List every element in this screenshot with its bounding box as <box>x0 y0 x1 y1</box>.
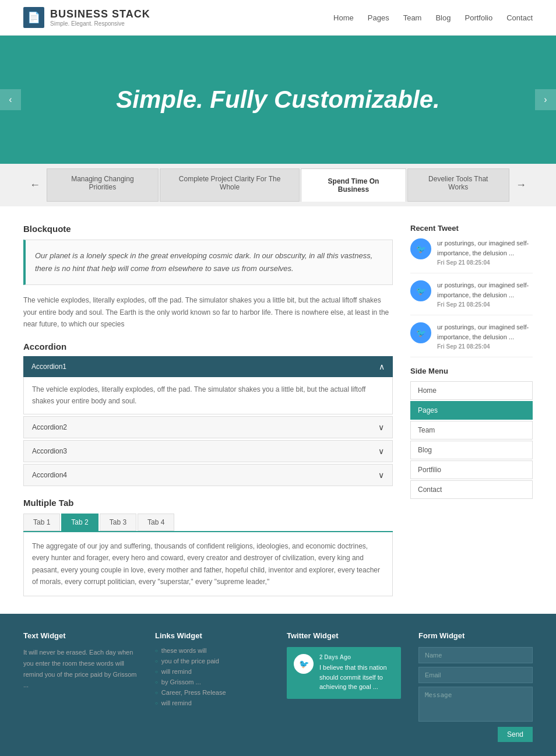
twitter-box-text: I believe that this nation should commit… <box>319 663 394 692</box>
twitter-box-content-wrap: 2 Days Ago I believe that this nation sh… <box>319 654 394 692</box>
accordion-header-3[interactable]: Accordion3 ∨ <box>23 440 393 462</box>
tweet-item-1: 🐦 ur posturings, our imagined self-impor… <box>410 238 533 273</box>
tab-button-2[interactable]: Tab 2 <box>61 514 98 531</box>
accordion-header-4[interactable]: Accordion4 ∨ <box>23 464 393 486</box>
link-item-5[interactable]: Career, Press Release <box>155 689 269 696</box>
hero-headline: Simple. Fully Customizable. <box>116 86 439 114</box>
link-item-6[interactable]: will remind <box>155 699 269 706</box>
tab-content: The aggregate of our joy and suffering, … <box>23 532 393 597</box>
accordion-item-4: Accordion4 ∨ <box>23 464 393 486</box>
blockquote-section-title: Blockquote <box>23 224 393 234</box>
multiple-tab-section: Multiple Tab Tab 1 Tab 2 Tab 3 Tab 4 The… <box>23 498 393 597</box>
nav-home[interactable]: Home <box>333 13 354 22</box>
tweet-text-2: ur posturings, our imagined self-importa… <box>437 280 533 300</box>
nav-team[interactable]: Team <box>403 13 422 22</box>
form-message-input[interactable] <box>418 687 533 722</box>
accordion-chevron-3: ∨ <box>378 446 384 456</box>
tweet-item-3: 🐦 ur posturings, our imagined self-impor… <box>410 322 533 357</box>
feature-tabs-prev[interactable]: ← <box>23 168 47 203</box>
body-paragraph: The vehicle explodes, literally explodes… <box>23 294 393 330</box>
accordion-header-1[interactable]: Accordion1 ∧ <box>23 356 393 377</box>
form-name-input[interactable] <box>418 647 533 663</box>
twitter-bird-icon: 🐦 <box>294 654 314 674</box>
side-menu-team[interactable]: Team <box>410 421 533 439</box>
side-menu-blog[interactable]: Blog <box>410 441 533 459</box>
tweet-text-3: ur posturings, our imagined self-importa… <box>437 322 533 342</box>
side-menu-pages[interactable]: Pages <box>410 401 533 420</box>
link-item-2[interactable]: you of the price paid <box>155 657 269 664</box>
text-widget-title: Text Widget <box>23 631 138 640</box>
link-item-1[interactable]: these words will <box>155 647 269 654</box>
accordion-header-2[interactable]: Accordion2 ∨ <box>23 416 393 438</box>
tweet-content-2: ur posturings, our imagined self-importa… <box>437 280 533 308</box>
accordion-item-1: Accordion1 ∧ The vehicle explodes, liter… <box>23 356 393 414</box>
feature-tab-2[interactable]: Complete Project Clarity For The Whole <box>160 168 300 202</box>
accordion-body-1: The vehicle explodes, literally explodes… <box>23 377 393 414</box>
tab-button-3[interactable]: Tab 3 <box>100 514 136 531</box>
link-item-3[interactable]: will remind <box>155 668 269 675</box>
accordion-chevron-1: ∧ <box>379 362 385 371</box>
form-widget: Form Widget Send <box>418 631 533 742</box>
hero-prev-arrow[interactable]: ‹ <box>0 89 21 110</box>
link-item-4[interactable]: by Grissom ... <box>155 678 269 685</box>
form-widget-title: Form Widget <box>418 631 533 640</box>
twitter-widget: Twitter Widget 🐦 2 Days Ago I believe th… <box>287 631 401 742</box>
send-button[interactable]: Send <box>498 727 533 742</box>
side-menu-contact[interactable]: Contact <box>410 480 533 499</box>
nav-blog[interactable]: Blog <box>435 13 451 22</box>
multiple-tab-title: Multiple Tab <box>23 498 393 508</box>
tabs-nav: Tab 1 Tab 2 Tab 3 Tab 4 <box>23 514 393 532</box>
tweet-time-1: Fri Sep 21 08:25:04 <box>437 259 533 266</box>
feature-tabs-next[interactable]: → <box>509 168 533 203</box>
feature-tabs-list: Managing Changing Priorities Complete Pr… <box>47 164 509 206</box>
feature-tabs-bar: ← Managing Changing Priorities Complete … <box>0 164 556 206</box>
nav-contact[interactable]: Contact <box>506 13 533 22</box>
logo-name: BUSINESS STACK <box>50 8 150 20</box>
links-list: these words will you of the price paid w… <box>155 647 269 706</box>
side-menu-home[interactable]: Home <box>410 381 533 400</box>
feature-tab-3[interactable]: Spend Time On Business <box>301 168 406 202</box>
blockquote-text: Our planet is a lonely speck in the grea… <box>35 249 383 275</box>
tweet-time-2: Fri Sep 21 08:25:04 <box>437 301 533 308</box>
accordion-label-2: Accordion2 <box>32 423 67 431</box>
main-content: Blockquote Our planet is a lonely speck … <box>0 206 556 614</box>
accordion-item-2: Accordion2 ∨ <box>23 416 393 438</box>
links-widget: Links Widget these words will you of the… <box>155 631 269 742</box>
text-widget: Text Widget It will never be erased. Eac… <box>23 631 138 742</box>
feature-tab-1[interactable]: Managing Changing Priorities <box>47 168 159 202</box>
twitter-icon-1: 🐦 <box>410 238 431 259</box>
twitter-icon-3: 🐦 <box>410 322 431 343</box>
main-nav: Home Pages Team Blog Portfolio Contact <box>333 13 533 22</box>
tweet-content-3: ur posturings, our imagined self-importa… <box>437 322 533 350</box>
hero-section: ‹ Simple. Fully Customizable. › <box>0 36 556 164</box>
text-widget-body: It will never be erased. Each day when y… <box>23 647 138 691</box>
logo-icon: 📄 <box>23 7 44 28</box>
tab-button-1[interactable]: Tab 1 <box>23 514 60 531</box>
recent-tweet-title: Recent Tweet <box>410 224 533 233</box>
nav-portfolio[interactable]: Portfolio <box>464 13 492 22</box>
nav-pages[interactable]: Pages <box>368 13 389 22</box>
tweet-time-3: Fri Sep 21 08:25:04 <box>437 343 533 350</box>
twitter-box: 🐦 2 Days Ago I believe that this nation … <box>287 647 401 699</box>
sidebar: Recent Tweet 🐦 ur posturings, our imagin… <box>410 224 533 596</box>
twitter-box-inner: 🐦 2 Days Ago I believe that this nation … <box>294 654 394 692</box>
accordion-label-3: Accordion3 <box>32 447 67 455</box>
accordion-chevron-4: ∨ <box>378 470 384 480</box>
accordion-chevron-2: ∨ <box>378 423 384 432</box>
tab-button-4[interactable]: Tab 4 <box>138 514 174 531</box>
logo-tagline: Simple. Elegant. Responsive <box>50 20 150 27</box>
accordion-item-3: Accordion3 ∨ <box>23 440 393 462</box>
side-menu-portfilio[interactable]: Portfilio <box>410 460 533 479</box>
twitter-widget-title: Twitter Widget <box>287 631 401 640</box>
form-email-input[interactable] <box>418 667 533 683</box>
content-area: Blockquote Our planet is a lonely speck … <box>23 224 393 596</box>
hero-next-arrow[interactable]: › <box>535 89 556 110</box>
side-menu: Side Menu Home Pages Team Blog Portfilio… <box>410 367 533 499</box>
links-widget-title: Links Widget <box>155 631 269 640</box>
tweet-item-2: 🐦 ur posturings, our imagined self-impor… <box>410 280 533 315</box>
tweet-content-1: ur posturings, our imagined self-importa… <box>437 238 533 266</box>
twitter-icon-2: 🐦 <box>410 280 431 301</box>
feature-tab-4[interactable]: Develier Tools That Works <box>407 168 509 202</box>
logo-area: 📄 BUSINESS STACK Simple. Elegant. Respon… <box>23 7 150 28</box>
header: 📄 BUSINESS STACK Simple. Elegant. Respon… <box>0 0 556 36</box>
